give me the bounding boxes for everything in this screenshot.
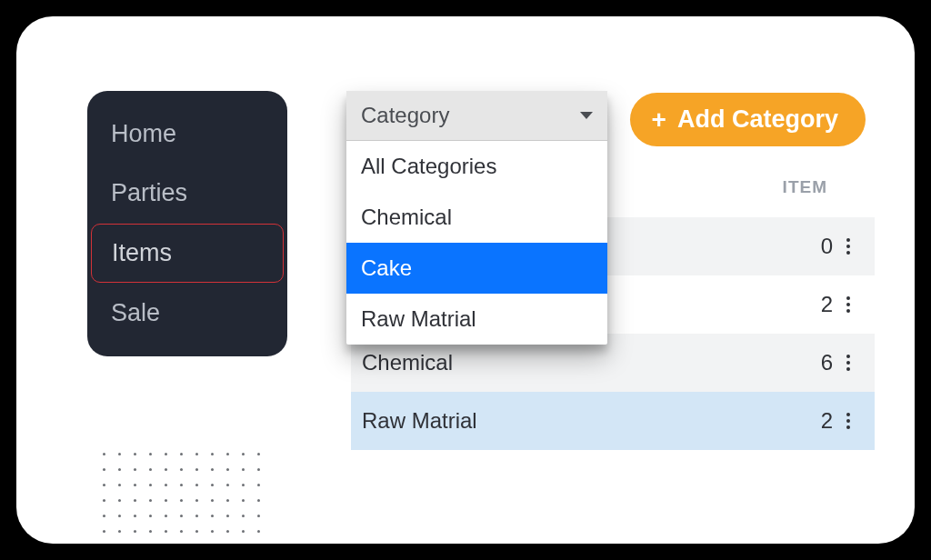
row-actions-icon[interactable] [833,238,864,255]
row-count: 0 [787,234,833,259]
add-category-label: Add Category [677,105,838,134]
sidebar: Home Parties Items Sale [87,91,287,356]
row-name: Chemical [362,350,787,375]
plus-icon: + [652,107,666,133]
dropdown-option-cake[interactable]: Cake [346,243,607,294]
row-count: 2 [787,292,833,317]
table-row[interactable]: Raw Matrial 2 [351,392,875,450]
row-name: Raw Matrial [362,408,787,434]
dropdown-toggle[interactable]: Category [346,91,607,141]
sidebar-item-items[interactable]: Items [91,224,284,283]
decorative-dots [103,453,265,544]
dropdown-option-chemical[interactable]: Chemical [346,192,607,243]
dropdown-option-all[interactable]: All Categories [346,141,607,192]
sidebar-item-parties[interactable]: Parties [91,165,284,222]
row-count: 2 [787,408,833,434]
add-category-button[interactable]: + Add Category [630,93,866,146]
category-dropdown: Category All Categories Chemical Cake Ra… [346,91,607,345]
row-actions-icon[interactable] [833,355,864,371]
sidebar-item-sale[interactable]: Sale [91,285,284,342]
table-header-item: ITEM [783,177,864,197]
sidebar-item-home[interactable]: Home [91,105,284,163]
app-frame: Home Parties Items Sale + Add Category I… [16,16,915,544]
dropdown-label: Category [361,103,449,128]
row-actions-icon[interactable] [833,296,864,313]
row-count: 6 [787,350,833,375]
chevron-down-icon [580,112,593,119]
dropdown-option-raw-material[interactable]: Raw Matrial [346,294,607,345]
main-panel: + Add Category ITEM 0 2 Chemical 6 [346,91,875,498]
row-actions-icon[interactable] [833,413,864,429]
